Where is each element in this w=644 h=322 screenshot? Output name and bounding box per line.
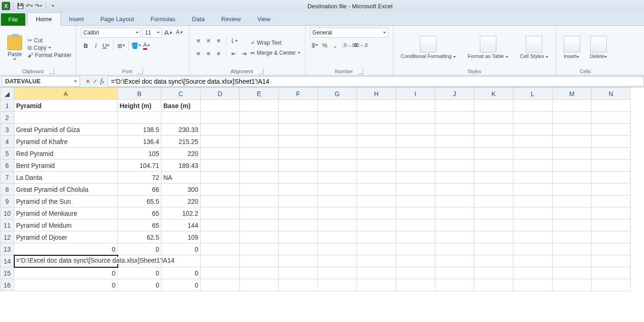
cell[interactable] <box>318 160 357 172</box>
cell[interactable] <box>552 231 592 243</box>
cell[interactable] <box>552 255 592 267</box>
cell[interactable]: Pyramid of Menkaure <box>14 207 118 219</box>
conditional-formatting-button[interactable]: Conditional Formatting <box>398 35 459 60</box>
cell[interactable] <box>435 231 474 243</box>
cell[interactable]: 62.5 <box>118 231 161 243</box>
cell[interactable] <box>201 207 240 219</box>
cell[interactable] <box>357 100 396 112</box>
cell[interactable] <box>552 267 592 279</box>
cell[interactable] <box>201 196 240 207</box>
cell[interactable]: 144 <box>161 219 201 231</box>
column-header[interactable]: A <box>14 88 118 100</box>
cell[interactable] <box>201 124 240 136</box>
cell[interactable] <box>357 172 396 184</box>
cell[interactable]: 138.5 <box>118 124 161 136</box>
cell[interactable]: 65 <box>118 219 161 231</box>
cell[interactable] <box>201 112 240 124</box>
delete-cells-button[interactable]: Delete <box>587 35 610 60</box>
row-header[interactable]: 9 <box>0 196 14 207</box>
fill-color-button[interactable]: 🪣 <box>132 41 141 50</box>
tab-file[interactable]: File <box>1 13 25 26</box>
cell[interactable] <box>357 124 396 136</box>
cell[interactable] <box>396 207 435 219</box>
cell[interactable] <box>552 279 592 291</box>
align-bottom-button[interactable]: ≡ <box>214 36 223 46</box>
cell[interactable] <box>240 255 279 267</box>
cell[interactable] <box>240 231 279 243</box>
cell[interactable] <box>396 243 435 255</box>
cell[interactable]: 136.4 <box>118 136 161 148</box>
cell[interactable]: Bent Pyramid <box>14 160 118 172</box>
cell[interactable] <box>240 124 279 136</box>
row-header[interactable]: 5 <box>0 148 14 160</box>
cell-styles-button[interactable]: Cell Styles <box>518 35 551 60</box>
cell[interactable] <box>279 148 318 160</box>
cell[interactable] <box>474 148 513 160</box>
cell[interactable] <box>474 231 513 243</box>
cell[interactable] <box>435 184 474 196</box>
cancel-edit-button[interactable] <box>86 78 90 85</box>
cell[interactable] <box>396 148 435 160</box>
column-header[interactable]: M <box>552 88 592 100</box>
cell[interactable]: 109 <box>161 231 201 243</box>
cell[interactable] <box>474 267 513 279</box>
cell[interactable] <box>318 112 357 124</box>
cell[interactable] <box>279 207 318 219</box>
cell[interactable]: 0 <box>161 243 201 255</box>
cell[interactable] <box>513 219 552 231</box>
cell[interactable] <box>201 219 240 231</box>
cell[interactable] <box>240 207 279 219</box>
cell[interactable] <box>592 184 631 196</box>
cell[interactable] <box>396 172 435 184</box>
cell[interactable] <box>201 100 240 112</box>
cell[interactable]: 65 <box>118 207 161 219</box>
cell[interactable] <box>201 243 240 255</box>
paste-button[interactable]: Paste <box>5 34 25 61</box>
cell[interactable] <box>357 243 396 255</box>
cell[interactable] <box>240 172 279 184</box>
cell[interactable]: 189.43 <box>161 160 201 172</box>
cell[interactable] <box>201 172 240 184</box>
row-header[interactable]: 13 <box>0 243 14 255</box>
cell[interactable] <box>396 160 435 172</box>
align-center-button[interactable]: ≡ <box>204 49 213 58</box>
cell[interactable] <box>552 207 592 219</box>
cell[interactable] <box>592 207 631 219</box>
percent-button[interactable]: % <box>320 40 329 50</box>
cell[interactable] <box>201 279 240 291</box>
font-color-button[interactable]: A <box>142 41 151 50</box>
column-header[interactable]: N <box>592 88 631 100</box>
cell[interactable] <box>240 279 279 291</box>
cell[interactable] <box>552 160 592 172</box>
cell[interactable] <box>240 267 279 279</box>
row-header[interactable]: 7 <box>0 172 14 184</box>
cell[interactable] <box>318 207 357 219</box>
shrink-font-button[interactable]: A▼ <box>175 28 184 37</box>
cell[interactable] <box>357 267 396 279</box>
cell[interactable] <box>592 267 631 279</box>
cell[interactable] <box>318 136 357 148</box>
cell[interactable]: ='D:\Excel doc data sync\[Source data.xl… <box>14 255 118 267</box>
cut-button[interactable]: Cut <box>28 37 71 44</box>
comma-button[interactable]: , <box>330 40 339 50</box>
cell[interactable] <box>279 267 318 279</box>
cell[interactable] <box>435 279 474 291</box>
cell[interactable] <box>552 124 592 136</box>
cell[interactable] <box>396 112 435 124</box>
cell[interactable] <box>357 207 396 219</box>
cell[interactable] <box>592 124 631 136</box>
cell[interactable] <box>474 196 513 207</box>
cell[interactable]: Height (m) <box>118 100 161 112</box>
tab-review[interactable]: Review <box>213 13 249 25</box>
cell[interactable] <box>240 148 279 160</box>
cell[interactable] <box>357 112 396 124</box>
cell[interactable] <box>474 100 513 112</box>
cell[interactable] <box>592 172 631 184</box>
cell[interactable] <box>240 160 279 172</box>
cell[interactable] <box>357 160 396 172</box>
cell[interactable] <box>435 196 474 207</box>
formula-input[interactable] <box>108 76 644 86</box>
cell[interactable]: 0 <box>118 243 161 255</box>
increase-indent-button[interactable]: ⇥ <box>239 49 248 58</box>
cell[interactable]: 66 <box>118 184 161 196</box>
